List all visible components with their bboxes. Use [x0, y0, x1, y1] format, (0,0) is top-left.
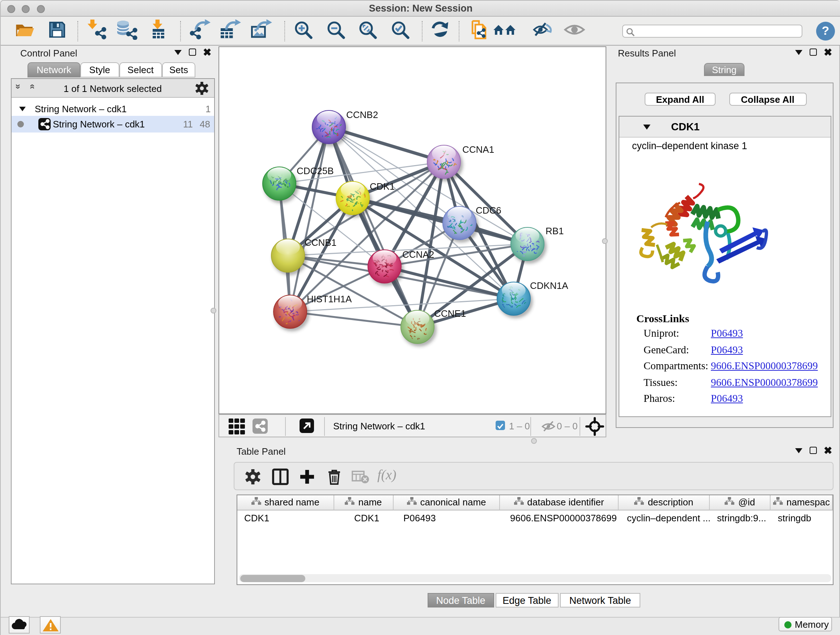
svg-text:CDC25B: CDC25B — [296, 165, 333, 176]
svg-text:CCNB1: CCNB1 — [304, 237, 336, 248]
svg-text:CCNE1: CCNE1 — [434, 308, 466, 319]
svg-text:CCNA1: CCNA1 — [462, 144, 494, 155]
svg-text:HIST1H1A: HIST1H1A — [306, 294, 352, 304]
svg-text:CDC6: CDC6 — [475, 205, 501, 216]
svg-text:RB1: RB1 — [545, 226, 564, 236]
svg-text:CCNB2: CCNB2 — [346, 109, 378, 120]
svg-text:CCNA2: CCNA2 — [402, 249, 434, 260]
svg-text:CDKN1A: CDKN1A — [530, 280, 568, 291]
svg-text:CDK1: CDK1 — [369, 181, 394, 192]
